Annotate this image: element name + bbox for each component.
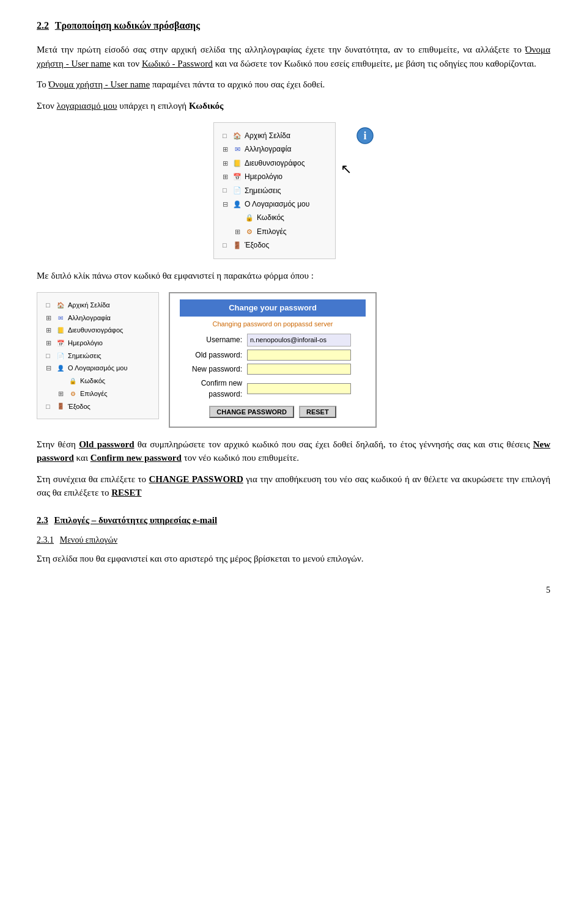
paragraph-4: Με διπλό κλίκ πάνω στον κωδικό θα εμφανι… xyxy=(37,269,550,283)
section-heading: 2.2 Τροποποίηση κωδικών πρόσβασης xyxy=(37,18,550,33)
paragraph-3: Στον λογαριασμό μου υπάρχει η επιλογή Κω… xyxy=(37,99,550,113)
section-title: Τροποποίηση κωδικών πρόσβασης xyxy=(55,20,200,31)
old-password-ref: Old password xyxy=(79,439,134,449)
change-password-text-ref: CHANGE PASSWORD xyxy=(149,474,243,484)
menu-tree-1: □🏠Αρχική Σελίδα ⊞✉Αλληλογραφία ⊞📒Διευθυν… xyxy=(213,122,336,259)
account-ref: λογαριασμό μου xyxy=(57,101,117,111)
svg-text:i: i xyxy=(363,130,366,142)
paragraph-5: Στην θέση Old password θα συμπληρώσετε τ… xyxy=(37,438,550,465)
page-number: 5 xyxy=(37,584,550,596)
confirm-password-row: Confirm new password: xyxy=(180,378,366,400)
paragraph-1: Μετά την πρώτη είσοδό σας στην αρχική σε… xyxy=(37,43,550,70)
form-subtitle: Changing password on poppassd server xyxy=(180,319,366,329)
section-231-number: 2.3.1 xyxy=(37,535,54,544)
form-button-row: CHANGE PASSWORD RESET xyxy=(180,406,366,418)
new-password-row: New password: xyxy=(180,364,366,375)
menu-tree-2: □🏠Αρχική Σελίδα ⊞✉Αλληλογραφία ⊞📒Διευθυν… xyxy=(37,292,159,419)
username-label: Username: xyxy=(180,334,247,345)
old-password-input[interactable] xyxy=(247,350,351,361)
username-value: n.nenopoulos@inforail-os xyxy=(247,334,351,346)
section-23-heading: 2.3 Επιλογές – δυνατότητες υπηρεσίας e-m… xyxy=(37,513,550,527)
reset-button[interactable]: RESET xyxy=(299,406,336,418)
cursor-icon: ↖ xyxy=(341,159,352,179)
username-row: Username: n.nenopoulos@inforail-os xyxy=(180,334,366,346)
paragraph-2: Το Όνομα χρήστη - User name παραμένει πά… xyxy=(37,78,550,92)
new-password-input[interactable] xyxy=(247,364,351,375)
pw-form-section: □🏠Αρχική Σελίδα ⊞✉Αλληλογραφία ⊞📒Διευθυν… xyxy=(37,292,550,428)
old-password-label: Old password: xyxy=(180,350,247,361)
section-23-number: 2.3 xyxy=(37,515,48,525)
old-password-row: Old password: xyxy=(180,350,366,361)
section-231-title: Μενού επιλογών xyxy=(60,535,117,544)
confirm-password-label: Confirm new password: xyxy=(180,378,247,400)
confirm-password-input[interactable] xyxy=(247,383,351,394)
reset-text-ref: RESET xyxy=(111,488,141,497)
section-231-heading: 2.3.1 Μενού επιλογών xyxy=(37,533,550,547)
change-password-button[interactable]: CHANGE PASSWORD xyxy=(209,406,294,418)
new-password-label: New password: xyxy=(180,364,247,375)
form-title: Change your password xyxy=(180,299,366,317)
info-icon: i xyxy=(356,127,374,148)
confirm-password-ref: Confirm new password xyxy=(90,453,182,463)
pw-change-form: Change your password Changing password o… xyxy=(169,292,377,428)
section-number: 2.2 xyxy=(37,20,49,31)
user-name-ref-1: Όνομα χρήστη - User name xyxy=(37,45,550,68)
paragraph-last: Στη σελίδα που θα εμφανιστεί και στο αρι… xyxy=(37,552,550,566)
section-23-title: Επιλογές – δυνατότητες υπηρεσίας e-mail xyxy=(54,515,218,525)
user-name-ref-2: Όνομα χρήστη - User name xyxy=(48,79,150,89)
password-option-ref: Κωδικός xyxy=(189,101,224,111)
menu-tree-image-1: □🏠Αρχική Σελίδα ⊞✉Αλληλογραφία ⊞📒Διευθυν… xyxy=(37,122,550,259)
password-ref-1: Κωδικό - Password xyxy=(142,59,213,68)
paragraph-6: Στη συνέχεια θα επιλέξετε το CHANGE PASS… xyxy=(37,472,550,500)
